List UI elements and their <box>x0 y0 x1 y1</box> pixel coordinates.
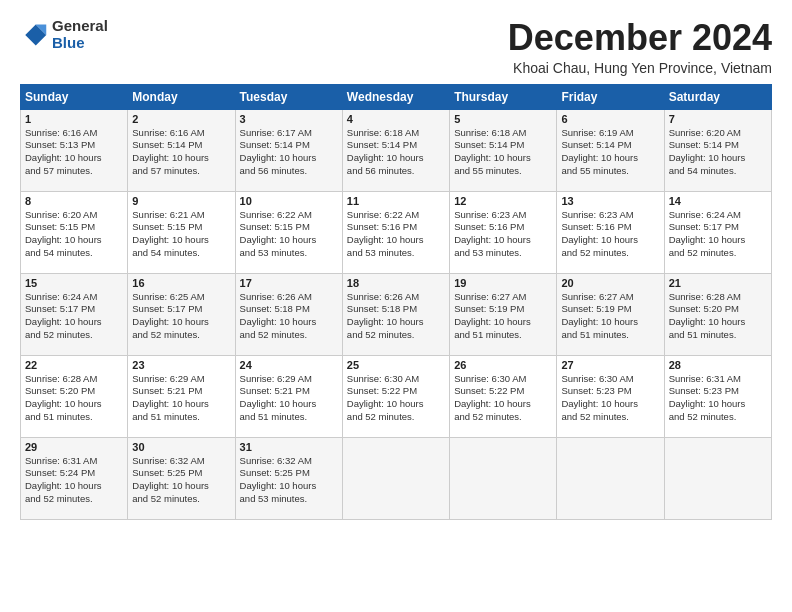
day-number: 6 <box>561 113 659 125</box>
day-info: Sunrise: 6:20 AM Sunset: 5:15 PM Dayligh… <box>25 209 123 260</box>
day-info: Sunrise: 6:25 AM Sunset: 5:17 PM Dayligh… <box>132 291 230 342</box>
day-info: Sunrise: 6:24 AM Sunset: 5:17 PM Dayligh… <box>669 209 767 260</box>
day-info: Sunrise: 6:22 AM Sunset: 5:15 PM Dayligh… <box>240 209 338 260</box>
day-info: Sunrise: 6:24 AM Sunset: 5:17 PM Dayligh… <box>25 291 123 342</box>
logo-icon <box>20 21 48 49</box>
table-row: 18Sunrise: 6:26 AM Sunset: 5:18 PM Dayli… <box>342 273 449 355</box>
main-title: December 2024 <box>508 18 772 58</box>
day-info: Sunrise: 6:27 AM Sunset: 5:19 PM Dayligh… <box>561 291 659 342</box>
col-tuesday: Tuesday <box>235 84 342 109</box>
day-info: Sunrise: 6:28 AM Sunset: 5:20 PM Dayligh… <box>25 373 123 424</box>
header: General Blue December 2024 Khoai Chau, H… <box>20 18 772 76</box>
col-thursday: Thursday <box>450 84 557 109</box>
day-number: 31 <box>240 441 338 453</box>
calendar-week-1: 1Sunrise: 6:16 AM Sunset: 5:13 PM Daylig… <box>21 109 772 191</box>
table-row: 15Sunrise: 6:24 AM Sunset: 5:17 PM Dayli… <box>21 273 128 355</box>
day-number: 25 <box>347 359 445 371</box>
table-row: 1Sunrise: 6:16 AM Sunset: 5:13 PM Daylig… <box>21 109 128 191</box>
table-row <box>664 437 771 519</box>
day-number: 28 <box>669 359 767 371</box>
day-info: Sunrise: 6:23 AM Sunset: 5:16 PM Dayligh… <box>561 209 659 260</box>
day-number: 2 <box>132 113 230 125</box>
day-number: 14 <box>669 195 767 207</box>
day-number: 30 <box>132 441 230 453</box>
day-info: Sunrise: 6:20 AM Sunset: 5:14 PM Dayligh… <box>669 127 767 178</box>
day-number: 10 <box>240 195 338 207</box>
logo-text: General Blue <box>52 18 108 51</box>
day-info: Sunrise: 6:18 AM Sunset: 5:14 PM Dayligh… <box>347 127 445 178</box>
day-info: Sunrise: 6:30 AM Sunset: 5:22 PM Dayligh… <box>454 373 552 424</box>
table-row: 4Sunrise: 6:18 AM Sunset: 5:14 PM Daylig… <box>342 109 449 191</box>
table-row <box>342 437 449 519</box>
table-row: 9Sunrise: 6:21 AM Sunset: 5:15 PM Daylig… <box>128 191 235 273</box>
col-sunday: Sunday <box>21 84 128 109</box>
day-number: 29 <box>25 441 123 453</box>
table-row: 22Sunrise: 6:28 AM Sunset: 5:20 PM Dayli… <box>21 355 128 437</box>
day-info: Sunrise: 6:16 AM Sunset: 5:14 PM Dayligh… <box>132 127 230 178</box>
day-number: 26 <box>454 359 552 371</box>
table-row: 25Sunrise: 6:30 AM Sunset: 5:22 PM Dayli… <box>342 355 449 437</box>
day-info: Sunrise: 6:29 AM Sunset: 5:21 PM Dayligh… <box>240 373 338 424</box>
day-number: 4 <box>347 113 445 125</box>
calendar-table: Sunday Monday Tuesday Wednesday Thursday… <box>20 84 772 520</box>
calendar-header-row: Sunday Monday Tuesday Wednesday Thursday… <box>21 84 772 109</box>
day-number: 23 <box>132 359 230 371</box>
calendar-week-2: 8Sunrise: 6:20 AM Sunset: 5:15 PM Daylig… <box>21 191 772 273</box>
day-number: 20 <box>561 277 659 289</box>
logo: General Blue <box>20 18 108 51</box>
table-row: 5Sunrise: 6:18 AM Sunset: 5:14 PM Daylig… <box>450 109 557 191</box>
table-row: 21Sunrise: 6:28 AM Sunset: 5:20 PM Dayli… <box>664 273 771 355</box>
day-info: Sunrise: 6:30 AM Sunset: 5:22 PM Dayligh… <box>347 373 445 424</box>
day-info: Sunrise: 6:27 AM Sunset: 5:19 PM Dayligh… <box>454 291 552 342</box>
day-number: 9 <box>132 195 230 207</box>
table-row: 12Sunrise: 6:23 AM Sunset: 5:16 PM Dayli… <box>450 191 557 273</box>
day-number: 12 <box>454 195 552 207</box>
table-row: 11Sunrise: 6:22 AM Sunset: 5:16 PM Dayli… <box>342 191 449 273</box>
table-row <box>557 437 664 519</box>
table-row: 30Sunrise: 6:32 AM Sunset: 5:25 PM Dayli… <box>128 437 235 519</box>
day-number: 22 <box>25 359 123 371</box>
day-info: Sunrise: 6:23 AM Sunset: 5:16 PM Dayligh… <box>454 209 552 260</box>
calendar-week-3: 15Sunrise: 6:24 AM Sunset: 5:17 PM Dayli… <box>21 273 772 355</box>
day-number: 15 <box>25 277 123 289</box>
col-monday: Monday <box>128 84 235 109</box>
day-number: 7 <box>669 113 767 125</box>
table-row: 8Sunrise: 6:20 AM Sunset: 5:15 PM Daylig… <box>21 191 128 273</box>
day-number: 3 <box>240 113 338 125</box>
table-row: 17Sunrise: 6:26 AM Sunset: 5:18 PM Dayli… <box>235 273 342 355</box>
day-number: 1 <box>25 113 123 125</box>
table-row: 3Sunrise: 6:17 AM Sunset: 5:14 PM Daylig… <box>235 109 342 191</box>
table-row: 28Sunrise: 6:31 AM Sunset: 5:23 PM Dayli… <box>664 355 771 437</box>
day-info: Sunrise: 6:26 AM Sunset: 5:18 PM Dayligh… <box>347 291 445 342</box>
table-row: 31Sunrise: 6:32 AM Sunset: 5:25 PM Dayli… <box>235 437 342 519</box>
table-row: 20Sunrise: 6:27 AM Sunset: 5:19 PM Dayli… <box>557 273 664 355</box>
day-info: Sunrise: 6:19 AM Sunset: 5:14 PM Dayligh… <box>561 127 659 178</box>
table-row: 2Sunrise: 6:16 AM Sunset: 5:14 PM Daylig… <box>128 109 235 191</box>
table-row: 29Sunrise: 6:31 AM Sunset: 5:24 PM Dayli… <box>21 437 128 519</box>
day-number: 24 <box>240 359 338 371</box>
table-row: 16Sunrise: 6:25 AM Sunset: 5:17 PM Dayli… <box>128 273 235 355</box>
table-row: 7Sunrise: 6:20 AM Sunset: 5:14 PM Daylig… <box>664 109 771 191</box>
day-info: Sunrise: 6:29 AM Sunset: 5:21 PM Dayligh… <box>132 373 230 424</box>
subtitle: Khoai Chau, Hung Yen Province, Vietnam <box>508 60 772 76</box>
table-row: 23Sunrise: 6:29 AM Sunset: 5:21 PM Dayli… <box>128 355 235 437</box>
table-row: 14Sunrise: 6:24 AM Sunset: 5:17 PM Dayli… <box>664 191 771 273</box>
logo-blue-text: Blue <box>52 35 108 52</box>
day-number: 16 <box>132 277 230 289</box>
day-info: Sunrise: 6:17 AM Sunset: 5:14 PM Dayligh… <box>240 127 338 178</box>
calendar-week-5: 29Sunrise: 6:31 AM Sunset: 5:24 PM Dayli… <box>21 437 772 519</box>
day-info: Sunrise: 6:26 AM Sunset: 5:18 PM Dayligh… <box>240 291 338 342</box>
day-info: Sunrise: 6:18 AM Sunset: 5:14 PM Dayligh… <box>454 127 552 178</box>
day-info: Sunrise: 6:30 AM Sunset: 5:23 PM Dayligh… <box>561 373 659 424</box>
day-info: Sunrise: 6:22 AM Sunset: 5:16 PM Dayligh… <box>347 209 445 260</box>
table-row: 10Sunrise: 6:22 AM Sunset: 5:15 PM Dayli… <box>235 191 342 273</box>
day-number: 19 <box>454 277 552 289</box>
day-number: 27 <box>561 359 659 371</box>
day-number: 18 <box>347 277 445 289</box>
table-row <box>450 437 557 519</box>
table-row: 6Sunrise: 6:19 AM Sunset: 5:14 PM Daylig… <box>557 109 664 191</box>
table-row: 19Sunrise: 6:27 AM Sunset: 5:19 PM Dayli… <box>450 273 557 355</box>
day-info: Sunrise: 6:28 AM Sunset: 5:20 PM Dayligh… <box>669 291 767 342</box>
day-number: 8 <box>25 195 123 207</box>
day-number: 21 <box>669 277 767 289</box>
